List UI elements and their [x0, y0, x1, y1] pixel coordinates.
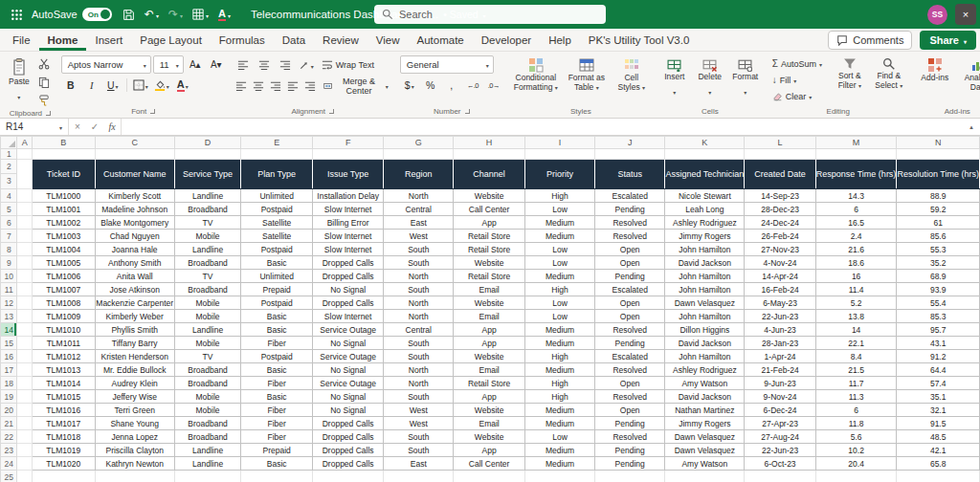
table-cell[interactable]: 4-Jun-23 — [745, 323, 816, 337]
table-cell[interactable]: Resolved — [594, 230, 664, 243]
tab-file[interactable]: File — [4, 29, 39, 51]
table-cell[interactable]: Open — [594, 310, 664, 323]
percent-style-button[interactable]: % — [421, 77, 440, 94]
table-cell[interactable]: TLM1018 — [32, 430, 95, 444]
table-cell[interactable]: Central — [384, 323, 454, 337]
save-button[interactable] — [118, 6, 140, 24]
table-cell[interactable]: 21.6 — [815, 243, 897, 256]
table-cell[interactable]: Ashley Rodriguez — [665, 216, 745, 230]
table-cell[interactable]: Website — [454, 189, 525, 203]
table-cell[interactable]: TLM1011 — [32, 337, 95, 350]
table-cell[interactable]: Open — [594, 404, 664, 417]
table-cell[interactable]: Landline — [174, 457, 241, 471]
table-cell[interactable]: 48.5 — [897, 430, 980, 444]
table-cell[interactable]: South — [384, 256, 454, 270]
table-cell[interactable]: High — [525, 390, 595, 404]
table-cell[interactable]: Landline — [174, 323, 241, 337]
table-cell[interactable]: Low — [525, 430, 595, 444]
table-cell[interactable]: Medium — [525, 417, 595, 430]
column-header-F[interactable]: F — [312, 137, 383, 149]
table-cell[interactable]: Mobile — [174, 390, 241, 404]
autosave-toggle[interactable]: AutoSave On — [32, 8, 112, 21]
table-cell[interactable]: 8.4 — [815, 350, 897, 363]
table-cell[interactable]: Kristen Henderson — [95, 350, 174, 363]
table-cell[interactable]: West — [384, 230, 454, 243]
table-cell[interactable]: 24-Dec-24 — [745, 216, 816, 230]
table-cell[interactable]: Billing Error — [312, 216, 383, 230]
grid-cell[interactable] — [17, 296, 32, 310]
table-cell[interactable]: Slow Internet — [312, 243, 383, 256]
column-header-N[interactable]: N — [897, 137, 980, 149]
row-header-5[interactable]: 5 — [1, 203, 17, 216]
table-cell[interactable]: TLM1001 — [32, 203, 95, 216]
table-cell[interactable]: Mobile — [174, 404, 241, 417]
table-header-cell[interactable]: Priority — [525, 160, 595, 189]
table-cell[interactable]: Nicole Stewart — [665, 189, 745, 203]
table-cell[interactable]: Dropped Calls — [312, 270, 383, 283]
table-cell[interactable]: Pending — [594, 270, 664, 283]
table-cell[interactable]: Kimberly Scott — [95, 189, 174, 203]
italic-button[interactable]: I — [82, 77, 101, 94]
table-cell[interactable]: 6-Dec-24 — [745, 404, 816, 417]
table-cell[interactable]: Jenna Lopez — [95, 430, 174, 444]
grid-cell[interactable] — [17, 430, 32, 444]
table-cell[interactable]: Broadband — [174, 203, 241, 216]
table-cell[interactable]: Fiber — [241, 430, 313, 444]
copy-button[interactable] — [34, 74, 54, 91]
table-cell[interactable]: 14-Sep-23 — [745, 189, 816, 203]
table-cell[interactable]: 27-Nov-23 — [745, 243, 816, 256]
row-header-20[interactable]: 20 — [1, 404, 17, 417]
table-cell[interactable]: Dawn Velasquez — [665, 444, 745, 457]
find-select-button[interactable]: Find & Select — [871, 55, 907, 93]
table-cell[interactable]: Resolved — [594, 430, 664, 444]
table-cell[interactable]: 95.7 — [897, 323, 980, 337]
table-cell[interactable]: Central — [384, 203, 454, 216]
table-cell[interactable]: North — [384, 189, 454, 203]
table-cell[interactable]: Basic — [241, 390, 313, 404]
table-cell[interactable]: John Hamilton — [665, 350, 745, 363]
tab-data[interactable]: Data — [274, 29, 314, 51]
table-cell[interactable]: Basic — [241, 310, 313, 323]
grid-cell[interactable] — [241, 471, 313, 482]
quick-font-color-button[interactable]: A — [213, 5, 235, 24]
table-cell[interactable]: North — [384, 296, 454, 310]
column-header-M[interactable]: M — [815, 137, 897, 149]
table-header-cell[interactable]: Response Time (hrs) — [815, 160, 897, 189]
app-launcher-button[interactable] — [6, 6, 28, 24]
grid-cell[interactable] — [17, 363, 32, 377]
table-cell[interactable]: 85.3 — [897, 310, 980, 323]
clear-button[interactable]: Clear — [769, 88, 829, 104]
table-cell[interactable]: Open — [594, 256, 664, 270]
table-cell[interactable]: 6 — [815, 203, 897, 216]
table-cell[interactable]: TLM1014 — [32, 377, 95, 390]
table-cell[interactable]: 16.5 — [815, 216, 897, 230]
table-cell[interactable]: Nathan Martinez — [665, 404, 745, 417]
table-cell[interactable]: Medium — [525, 363, 595, 377]
addins-button[interactable]: Add-ins — [915, 55, 955, 85]
clipboard-dialog-launcher[interactable] — [46, 111, 51, 116]
table-cell[interactable]: 6-Oct-23 — [745, 457, 816, 471]
table-cell[interactable]: Prepaid — [241, 283, 313, 296]
tab-page-layout[interactable]: Page Layout — [131, 29, 211, 51]
select-all-button[interactable] — [1, 137, 17, 149]
table-header-cell[interactable]: Region — [384, 160, 454, 189]
table-cell[interactable]: 1-Apr-24 — [745, 350, 816, 363]
wrap-text-button[interactable]: Wrap Text — [318, 55, 378, 74]
table-cell[interactable]: 11.7 — [815, 377, 897, 390]
tab-home[interactable]: Home — [39, 29, 87, 51]
table-cell[interactable]: Email — [454, 283, 525, 296]
table-cell[interactable]: 91.5 — [897, 417, 980, 430]
grid-cell[interactable] — [17, 457, 32, 471]
table-cell[interactable]: 93.9 — [897, 283, 980, 296]
table-cell[interactable]: 9-Nov-24 — [745, 390, 816, 404]
grow-font-button[interactable]: A▴ — [186, 56, 205, 74]
table-cell[interactable]: 11.3 — [815, 390, 897, 404]
grid-cell[interactable] — [745, 149, 816, 160]
table-cell[interactable]: Satellite — [241, 216, 313, 230]
grid-cell[interactable] — [384, 149, 454, 160]
table-cell[interactable]: 35.2 — [897, 256, 980, 270]
decrease-decimal-button[interactable]: .0→ — [484, 77, 503, 94]
table-cell[interactable]: Low — [525, 296, 595, 310]
tab-help[interactable]: Help — [540, 29, 580, 51]
grid-cell[interactable] — [17, 471, 32, 482]
